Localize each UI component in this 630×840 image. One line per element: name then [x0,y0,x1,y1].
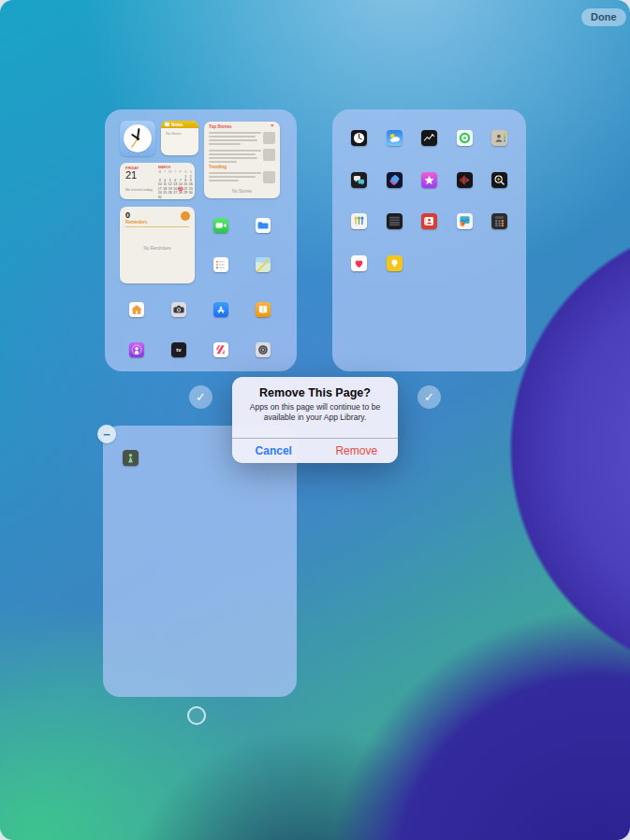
chart-app-icon [457,213,473,229]
done-button[interactable]: Done [581,8,626,26]
files-app-icon [256,218,271,233]
reminders-list-app-icon [213,257,228,272]
checkmark-icon: ✓ [196,390,206,404]
facetime-app-icon [213,218,228,233]
page-3-unselected-checkbox[interactable] [187,706,206,725]
minus-glyph: − [103,427,110,442]
chess-app-icon [123,450,139,466]
dialog-title: Remove This Page? [232,386,398,399]
voice-memos-app-icon [457,172,473,188]
home-page-thumbnail-2[interactable] [332,109,526,371]
page-1-app-grid: tv [105,109,297,371]
magnifier-app-icon [491,172,507,188]
find-my-app-icon [457,130,473,146]
page-2-selected-checkbox[interactable]: ✓ [418,385,441,409]
keys-app-icon [351,213,367,229]
maps-app-icon [256,257,271,272]
dark-rows-app-icon [387,213,403,229]
clock-app-icon [351,130,367,146]
remove-button[interactable]: Remove [315,439,399,463]
settings-app-icon [256,342,271,357]
page-3-app-grid [103,426,297,697]
remove-page-minus-icon[interactable]: − [97,425,116,443]
calculator-app-icon [491,213,507,229]
page-1-selected-checkbox[interactable]: ✓ [189,385,212,409]
contacts-app-icon [491,130,507,146]
shortcuts-app-icon [387,172,403,188]
stocks-app-icon [421,130,437,146]
weather-app-icon [387,130,403,146]
home-page-thumbnail-1[interactable]: Notes No Notes Top Stories × [105,109,297,371]
podcasts-app-icon [129,342,144,357]
health-app-icon [351,255,367,271]
checkmark-icon: ✓ [424,390,434,404]
home-app-icon [129,302,144,317]
books-app-icon [256,302,271,317]
news-app-icon [213,342,228,357]
ipad-edit-pages-screen: Done Notes No Notes Top Stories × [0,0,630,840]
app-store-app-icon [213,302,228,317]
red-address-book-app-icon [421,213,437,229]
dialog-message: Apps on this page will continue to be av… [239,402,391,424]
camera-app-icon [171,302,186,317]
translate-app-icon [351,172,367,188]
tips-app-icon [387,255,403,271]
itunes-store-app-icon [421,172,437,188]
svg-text:tv: tv [176,347,182,353]
tv-app-icon: tv [171,342,186,357]
cancel-button[interactable]: Cancel [232,439,315,463]
dialog-buttons: Cancel Remove [232,438,398,463]
remove-page-dialog: Remove This Page? Apps on this page will… [232,377,398,463]
page-2-app-grid [332,109,526,371]
home-page-thumbnail-3[interactable] [103,426,297,697]
